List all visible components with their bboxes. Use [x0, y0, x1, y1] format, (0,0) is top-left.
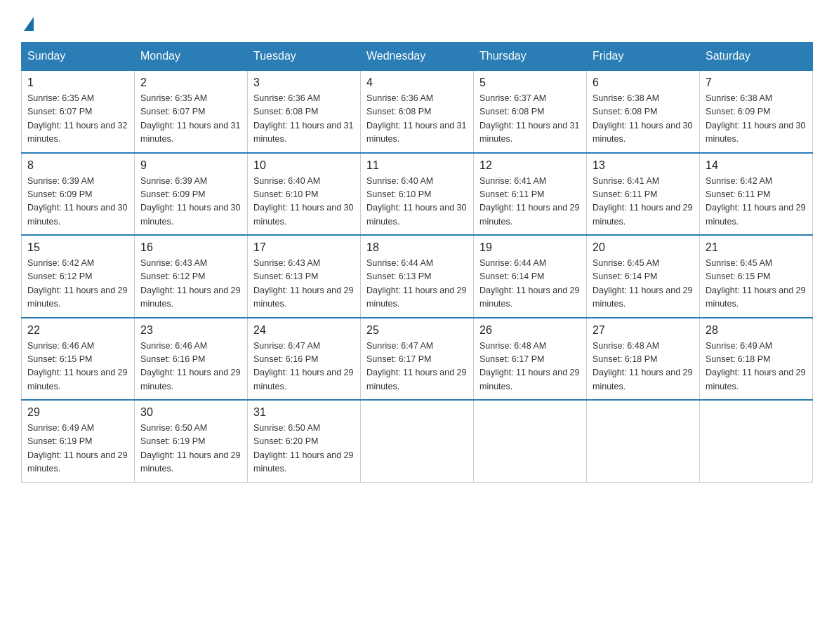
day-number: 16: [140, 241, 241, 254]
calendar-week-row: 8 Sunrise: 6:39 AMSunset: 6:09 PMDayligh…: [22, 153, 813, 236]
calendar-cell: 1 Sunrise: 6:35 AMSunset: 6:07 PMDayligh…: [22, 70, 135, 153]
calendar-cell: 4 Sunrise: 6:36 AMSunset: 6:08 PMDayligh…: [361, 70, 474, 153]
day-number: 19: [479, 241, 581, 254]
calendar-cell: [700, 400, 813, 482]
calendar-cell: 8 Sunrise: 6:39 AMSunset: 6:09 PMDayligh…: [22, 153, 135, 236]
day-info: Sunrise: 6:38 AMSunset: 6:08 PMDaylight:…: [593, 93, 692, 144]
calendar-cell: 19 Sunrise: 6:44 AMSunset: 6:14 PMDaylig…: [474, 235, 587, 318]
day-number: 3: [253, 76, 355, 89]
calendar-cell: 17 Sunrise: 6:43 AMSunset: 6:13 PMDaylig…: [248, 235, 361, 318]
day-number: 27: [593, 324, 694, 337]
day-number: 2: [140, 76, 241, 89]
day-info: Sunrise: 6:46 AMSunset: 6:16 PMDaylight:…: [140, 341, 240, 391]
day-number: 1: [27, 76, 128, 89]
day-number: 11: [366, 159, 468, 172]
day-info: Sunrise: 6:42 AMSunset: 6:11 PMDaylight:…: [706, 176, 805, 227]
day-info: Sunrise: 6:36 AMSunset: 6:08 PMDaylight:…: [366, 93, 466, 144]
calendar-cell: 31 Sunrise: 6:50 AMSunset: 6:20 PMDaylig…: [248, 400, 361, 482]
day-info: Sunrise: 6:44 AMSunset: 6:13 PMDaylight:…: [366, 258, 466, 309]
day-info: Sunrise: 6:39 AMSunset: 6:09 PMDaylight:…: [140, 176, 240, 227]
calendar-week-row: 1 Sunrise: 6:35 AMSunset: 6:07 PMDayligh…: [22, 70, 813, 153]
day-info: Sunrise: 6:41 AMSunset: 6:11 PMDaylight:…: [593, 176, 692, 227]
calendar-week-row: 22 Sunrise: 6:46 AMSunset: 6:15 PMDaylig…: [22, 318, 813, 401]
day-number: 13: [593, 159, 694, 172]
calendar-cell: 22 Sunrise: 6:46 AMSunset: 6:15 PMDaylig…: [22, 318, 135, 401]
day-info: Sunrise: 6:50 AMSunset: 6:20 PMDaylight:…: [253, 423, 353, 474]
calendar-cell: 25 Sunrise: 6:47 AMSunset: 6:17 PMDaylig…: [361, 318, 474, 401]
day-info: Sunrise: 6:42 AMSunset: 6:12 PMDaylight:…: [27, 258, 127, 309]
day-info: Sunrise: 6:45 AMSunset: 6:15 PMDaylight:…: [706, 258, 805, 309]
day-info: Sunrise: 6:48 AMSunset: 6:17 PMDaylight:…: [479, 341, 579, 391]
day-info: Sunrise: 6:40 AMSunset: 6:10 PMDaylight:…: [253, 176, 353, 227]
day-info: Sunrise: 6:49 AMSunset: 6:18 PMDaylight:…: [706, 341, 805, 391]
day-info: Sunrise: 6:35 AMSunset: 6:07 PMDaylight:…: [27, 93, 127, 144]
weekday-header-saturday: Saturday: [700, 43, 813, 71]
day-number: 30: [140, 406, 241, 419]
weekday-header-friday: Friday: [587, 43, 700, 71]
weekday-header-sunday: Sunday: [22, 43, 135, 71]
day-number: 7: [706, 76, 807, 89]
header: [21, 14, 813, 28]
day-info: Sunrise: 6:44 AMSunset: 6:14 PMDaylight:…: [479, 258, 579, 309]
day-number: 17: [253, 241, 355, 254]
calendar-cell: 9 Sunrise: 6:39 AMSunset: 6:09 PMDayligh…: [135, 153, 248, 236]
calendar-cell: 29 Sunrise: 6:49 AMSunset: 6:19 PMDaylig…: [22, 400, 135, 482]
weekday-header-monday: Monday: [135, 43, 248, 71]
day-info: Sunrise: 6:48 AMSunset: 6:18 PMDaylight:…: [593, 341, 692, 391]
calendar-cell: 13 Sunrise: 6:41 AMSunset: 6:11 PMDaylig…: [587, 153, 700, 236]
day-number: 26: [479, 324, 581, 337]
day-number: 8: [27, 159, 128, 172]
day-info: Sunrise: 6:38 AMSunset: 6:09 PMDaylight:…: [706, 93, 805, 144]
calendar-cell: 23 Sunrise: 6:46 AMSunset: 6:16 PMDaylig…: [135, 318, 248, 401]
calendar-cell: 24 Sunrise: 6:47 AMSunset: 6:16 PMDaylig…: [248, 318, 361, 401]
calendar-table: SundayMondayTuesdayWednesdayThursdayFrid…: [21, 42, 813, 483]
day-number: 6: [593, 76, 694, 89]
day-info: Sunrise: 6:35 AMSunset: 6:07 PMDaylight:…: [140, 93, 240, 144]
day-number: 15: [27, 241, 128, 254]
day-number: 24: [253, 324, 355, 337]
calendar-cell: 20 Sunrise: 6:45 AMSunset: 6:14 PMDaylig…: [587, 235, 700, 318]
calendar-cell: 18 Sunrise: 6:44 AMSunset: 6:13 PMDaylig…: [361, 235, 474, 318]
calendar-cell: 28 Sunrise: 6:49 AMSunset: 6:18 PMDaylig…: [700, 318, 813, 401]
day-number: 5: [479, 76, 581, 89]
day-info: Sunrise: 6:47 AMSunset: 6:17 PMDaylight:…: [366, 341, 466, 391]
calendar-cell: 7 Sunrise: 6:38 AMSunset: 6:09 PMDayligh…: [700, 70, 813, 153]
logo: [21, 14, 34, 28]
day-info: Sunrise: 6:46 AMSunset: 6:15 PMDaylight:…: [27, 341, 127, 391]
calendar-cell: 27 Sunrise: 6:48 AMSunset: 6:18 PMDaylig…: [587, 318, 700, 401]
day-info: Sunrise: 6:43 AMSunset: 6:12 PMDaylight:…: [140, 258, 240, 309]
day-info: Sunrise: 6:40 AMSunset: 6:10 PMDaylight:…: [366, 176, 466, 227]
calendar-week-row: 29 Sunrise: 6:49 AMSunset: 6:19 PMDaylig…: [22, 400, 813, 482]
calendar-cell: 15 Sunrise: 6:42 AMSunset: 6:12 PMDaylig…: [22, 235, 135, 318]
day-info: Sunrise: 6:45 AMSunset: 6:14 PMDaylight:…: [593, 258, 692, 309]
day-info: Sunrise: 6:37 AMSunset: 6:08 PMDaylight:…: [479, 93, 579, 144]
day-number: 14: [706, 159, 807, 172]
day-info: Sunrise: 6:49 AMSunset: 6:19 PMDaylight:…: [27, 423, 127, 474]
calendar-cell: 5 Sunrise: 6:37 AMSunset: 6:08 PMDayligh…: [474, 70, 587, 153]
calendar-cell: 3 Sunrise: 6:36 AMSunset: 6:08 PMDayligh…: [248, 70, 361, 153]
calendar-cell: [474, 400, 587, 482]
weekday-header-wednesday: Wednesday: [361, 43, 474, 71]
calendar-cell: 26 Sunrise: 6:48 AMSunset: 6:17 PMDaylig…: [474, 318, 587, 401]
day-info: Sunrise: 6:47 AMSunset: 6:16 PMDaylight:…: [253, 341, 353, 391]
calendar-cell: 30 Sunrise: 6:50 AMSunset: 6:19 PMDaylig…: [135, 400, 248, 482]
calendar-cell: 16 Sunrise: 6:43 AMSunset: 6:12 PMDaylig…: [135, 235, 248, 318]
day-info: Sunrise: 6:41 AMSunset: 6:11 PMDaylight:…: [479, 176, 579, 227]
day-number: 23: [140, 324, 241, 337]
day-info: Sunrise: 6:39 AMSunset: 6:09 PMDaylight:…: [27, 176, 127, 227]
weekday-header-thursday: Thursday: [474, 43, 587, 71]
calendar-cell: 14 Sunrise: 6:42 AMSunset: 6:11 PMDaylig…: [700, 153, 813, 236]
day-number: 28: [706, 324, 807, 337]
day-number: 20: [593, 241, 694, 254]
day-number: 18: [366, 241, 468, 254]
day-number: 22: [27, 324, 128, 337]
day-number: 31: [253, 406, 355, 419]
weekday-header-tuesday: Tuesday: [248, 43, 361, 71]
calendar-cell: 2 Sunrise: 6:35 AMSunset: 6:07 PMDayligh…: [135, 70, 248, 153]
calendar-cell: 10 Sunrise: 6:40 AMSunset: 6:10 PMDaylig…: [248, 153, 361, 236]
calendar-cell: [361, 400, 474, 482]
day-number: 21: [706, 241, 807, 254]
weekday-header-row: SundayMondayTuesdayWednesdayThursdayFrid…: [22, 43, 813, 71]
logo-triangle-icon: [24, 17, 34, 31]
calendar-cell: 6 Sunrise: 6:38 AMSunset: 6:08 PMDayligh…: [587, 70, 700, 153]
